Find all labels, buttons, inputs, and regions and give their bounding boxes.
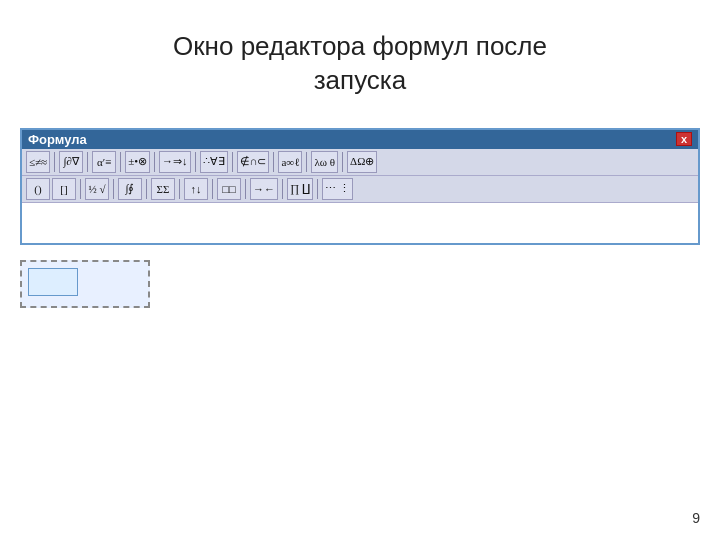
sep11: [113, 179, 114, 199]
btn-logic[interactable]: ∴∀∃: [200, 151, 228, 173]
toolbar-row-1: ≤≠≈ ∫∂∇ α′≡ ±•⊗ →⇒↓ ∴∀∃ ∉∩⊂ a∞ℓ λω θ ΔΩ⊕: [22, 149, 698, 176]
btn-lr-arrows[interactable]: →←: [250, 178, 278, 200]
sep16: [282, 179, 283, 199]
sep14: [212, 179, 213, 199]
formula-content-area: [22, 203, 698, 243]
sep13: [179, 179, 180, 199]
sep2: [87, 152, 88, 172]
btn-calculus[interactable]: ∫∂∇: [59, 151, 83, 173]
btn-sums[interactable]: ΣΣ: [151, 178, 175, 200]
formula-window: Формула x ≤≠≈ ∫∂∇ α′≡ ±•⊗ →⇒↓ ∴∀∃ ∉∩⊂ a∞…: [20, 128, 700, 245]
sep9: [342, 152, 343, 172]
sep15: [245, 179, 246, 199]
formula-titlebar: Формула x: [22, 130, 698, 149]
btn-misc[interactable]: a∞ℓ: [278, 151, 302, 173]
toolbar-row-2: () [] ½ √ ∫∮ ΣΣ ↑↓ □□ →← ∏ ∐ ⋯ ⋮: [22, 176, 698, 203]
sep3: [120, 152, 121, 172]
sep4: [154, 152, 155, 172]
btn-sets[interactable]: ∉∩⊂: [237, 151, 270, 173]
btn-operators[interactable]: ±•⊗: [125, 151, 150, 173]
sep6: [232, 152, 233, 172]
sep5: [195, 152, 196, 172]
small-formula-box: [20, 260, 150, 308]
btn-square-brackets[interactable]: []: [52, 178, 76, 200]
sep8: [306, 152, 307, 172]
close-button[interactable]: x: [676, 132, 692, 146]
btn-parens[interactable]: (): [26, 178, 50, 200]
page-title: Окно редактора формул после запуска: [0, 0, 720, 118]
btn-products[interactable]: ∏ ∐: [287, 178, 313, 200]
sep17: [317, 179, 318, 199]
page-number: 9: [692, 510, 700, 526]
btn-greek3[interactable]: ΔΩ⊕: [347, 151, 377, 173]
btn-greek2[interactable]: λω θ: [311, 151, 338, 173]
small-formula-inner: [28, 268, 78, 296]
sep12: [146, 179, 147, 199]
btn-dots[interactable]: ⋯ ⋮: [322, 178, 353, 200]
btn-boxes[interactable]: □□: [217, 178, 241, 200]
btn-compare[interactable]: ≤≠≈: [26, 151, 50, 173]
sep7: [273, 152, 274, 172]
btn-arrows2[interactable]: ↑↓: [184, 178, 208, 200]
sep1: [54, 152, 55, 172]
btn-integrals[interactable]: ∫∮: [118, 178, 142, 200]
btn-greek[interactable]: α′≡: [92, 151, 116, 173]
formula-window-title: Формула: [28, 132, 87, 147]
btn-fracs[interactable]: ½ √: [85, 178, 109, 200]
sep10: [80, 179, 81, 199]
btn-arrows[interactable]: →⇒↓: [159, 151, 191, 173]
